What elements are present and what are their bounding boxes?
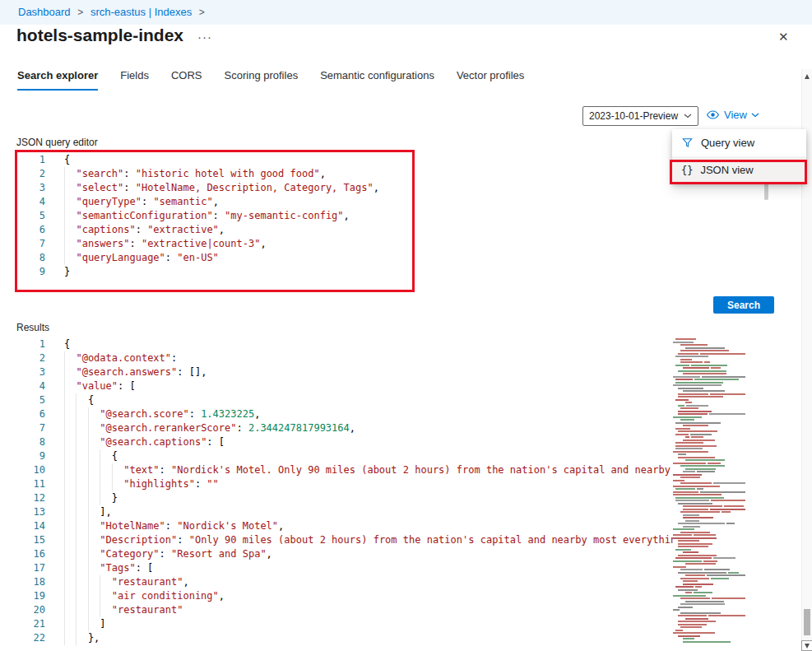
minimap-line bbox=[673, 505, 745, 507]
code-line: 2"@odata.context": bbox=[25, 351, 673, 365]
minimap-line bbox=[673, 365, 745, 366]
tab-search-explorer[interactable]: Search explorer bbox=[17, 69, 98, 91]
tab-semantic-configurations[interactable]: Semantic configurations bbox=[320, 69, 434, 91]
line-number: 3 bbox=[25, 365, 45, 379]
minimap-line bbox=[673, 580, 745, 582]
minimap-line bbox=[673, 595, 745, 597]
line-number: 5 bbox=[25, 209, 45, 223]
line-number: 11 bbox=[25, 477, 45, 491]
minimap-line bbox=[673, 373, 745, 374]
line-number: 8 bbox=[25, 435, 45, 449]
code-text: "highlights": "" bbox=[45, 477, 219, 491]
minimap[interactable] bbox=[673, 338, 745, 651]
minimap-line bbox=[673, 598, 745, 599]
more-options-icon[interactable]: ··· bbox=[197, 30, 212, 44]
minimap-line bbox=[673, 586, 745, 588]
minimap-line bbox=[673, 419, 745, 421]
minimap-line bbox=[673, 607, 745, 608]
code-text: "captions": "extractive", bbox=[45, 223, 225, 237]
code-text: "@search.captions": [ bbox=[45, 435, 225, 449]
scrollbar-up-arrow-icon[interactable] bbox=[805, 74, 810, 79]
minimap-line bbox=[673, 488, 745, 490]
minimap-line bbox=[673, 471, 745, 472]
tab-scoring-profiles[interactable]: Scoring profiles bbox=[225, 69, 299, 91]
chevron-down-icon bbox=[684, 114, 692, 119]
minimap-line bbox=[673, 428, 745, 430]
line-number: 4 bbox=[25, 195, 45, 209]
code-text: "@search.rerankerScore": 2.3442478179931… bbox=[45, 421, 355, 435]
code-line: 20"restaurant" bbox=[25, 603, 673, 617]
code-text: "search": "historic hotel with good food… bbox=[45, 167, 326, 181]
code-line: 5{ bbox=[25, 393, 673, 407]
query-editor-code: 1{2"search": "historic hotel with good f… bbox=[25, 153, 769, 279]
menu-item-query-view[interactable]: Query view bbox=[672, 129, 806, 156]
minimap-line bbox=[673, 361, 745, 363]
breadcrumb-separator: > bbox=[199, 7, 205, 18]
minimap-line bbox=[673, 497, 745, 499]
view-menu-button[interactable]: View bbox=[706, 108, 759, 122]
code-text: "Category": "Resort and Spa", bbox=[45, 547, 272, 561]
code-line: 11"highlights": "" bbox=[25, 477, 673, 491]
minimap-line bbox=[673, 379, 745, 380]
minimap-line bbox=[673, 635, 745, 637]
line-number: 15 bbox=[25, 533, 45, 547]
breadcrumb-separator: > bbox=[77, 7, 83, 18]
scrollbar-thumb[interactable] bbox=[804, 609, 810, 635]
tab-vector-profiles[interactable]: Vector profiles bbox=[457, 69, 524, 91]
code-text: "air conditioning", bbox=[45, 589, 225, 603]
code-text: { bbox=[45, 153, 70, 167]
code-line: 8"@search.captions": [ bbox=[25, 435, 673, 449]
minimap-line bbox=[673, 442, 745, 444]
minimap-line bbox=[673, 546, 745, 547]
code-line: 12} bbox=[25, 491, 673, 505]
eye-icon bbox=[706, 108, 720, 122]
menu-item-json-view[interactable]: {} JSON view bbox=[672, 156, 806, 184]
line-number: 6 bbox=[25, 223, 45, 237]
page: Dashboard > srch-eastus | Indexes > hote… bbox=[0, 0, 812, 651]
minimap-line bbox=[673, 557, 745, 559]
code-line: 16"Category": "Resort and Spa", bbox=[25, 547, 673, 561]
line-number: 7 bbox=[25, 421, 45, 435]
code-line: 7"@search.rerankerScore": 2.344247817993… bbox=[25, 421, 673, 435]
code-text: "text": "Nordick's Motel. Only 90 miles … bbox=[45, 463, 673, 477]
code-text: { bbox=[45, 393, 94, 407]
search-button[interactable]: Search bbox=[713, 296, 774, 314]
line-number: 6 bbox=[25, 407, 45, 421]
code-line: 1{ bbox=[25, 153, 769, 167]
menu-item-label: Query view bbox=[701, 137, 754, 149]
minimap-line bbox=[673, 382, 745, 384]
minimap-line bbox=[673, 457, 745, 458]
minimap-line bbox=[673, 425, 745, 426]
results-editor[interactable]: 1{2"@odata.context":3"@search.answers": … bbox=[25, 337, 673, 651]
minimap-line bbox=[673, 474, 745, 476]
tab-cors[interactable]: CORS bbox=[171, 69, 202, 91]
line-number: 21 bbox=[25, 617, 45, 631]
api-version-dropdown[interactable]: 2023-10-01-Preview bbox=[582, 106, 698, 126]
minimap-line bbox=[673, 477, 745, 478]
breadcrumb-link-dashboard[interactable]: Dashboard bbox=[18, 6, 71, 18]
minimap-line bbox=[673, 376, 745, 378]
code-line: 15"Description": "Only 90 miles (about 2… bbox=[25, 533, 673, 547]
minimap-line bbox=[673, 468, 745, 470]
json-query-editor[interactable]: 1{2"search": "historic hotel with good f… bbox=[25, 153, 769, 293]
tab-fields[interactable]: Fields bbox=[120, 69, 149, 91]
code-line: 1{ bbox=[25, 337, 673, 351]
query-editor-label: JSON query editor bbox=[16, 137, 98, 148]
code-text: "select": "HotelName, Description, Categ… bbox=[45, 181, 379, 195]
scrollbar-down-arrow[interactable] bbox=[801, 640, 812, 651]
minimap-line bbox=[673, 592, 745, 593]
line-number: 19 bbox=[25, 589, 45, 603]
minimap-line bbox=[673, 396, 745, 398]
line-number: 2 bbox=[25, 167, 45, 181]
line-number: 1 bbox=[25, 337, 45, 351]
minimap-line bbox=[673, 491, 745, 493]
line-number: 3 bbox=[25, 181, 45, 195]
breadcrumb-link-indexes[interactable]: srch-eastus | Indexes bbox=[90, 6, 192, 18]
code-line: 4"value": [ bbox=[25, 379, 673, 393]
code-text: }, bbox=[45, 631, 100, 645]
line-number: 22 bbox=[25, 631, 45, 645]
code-text: "queryLanguage": "en-US" bbox=[45, 251, 219, 265]
close-icon[interactable]: ✕ bbox=[778, 30, 789, 44]
minimap-line bbox=[673, 402, 745, 403]
view-button-label: View bbox=[724, 109, 747, 121]
